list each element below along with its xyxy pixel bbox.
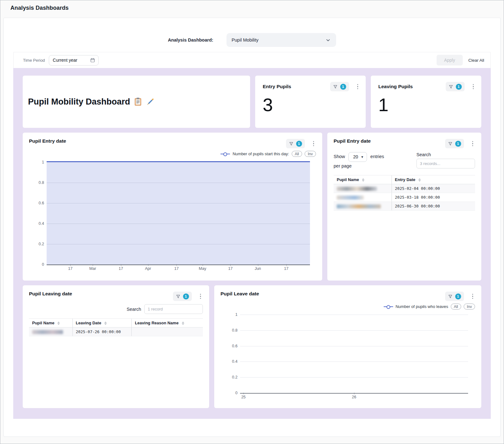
filter-chip[interactable]: 1 [330, 82, 349, 91]
y-tick: 1 [235, 312, 238, 317]
page-title: Analysis Dashboards [10, 5, 494, 11]
calendar-icon [90, 58, 95, 63]
edit-pen-icon[interactable] [146, 97, 155, 106]
kebab-menu-icon[interactable] [198, 293, 203, 300]
filter-chip[interactable]: 1 [286, 139, 305, 148]
page-header: Analysis Dashboards [0, 0, 504, 14]
leaving-pupils-card: Leaving Pupils 1 1 [371, 76, 481, 128]
x-tick: Jun [255, 266, 261, 271]
table-row[interactable]: 2025-02-04 00:00:00 [334, 184, 475, 193]
y-tick: 0.4 [232, 359, 238, 364]
entry-pupils-title: Entry Pupils [263, 84, 291, 89]
kebab-menu-icon[interactable] [355, 83, 360, 91]
entry-pupils-card: Entry Pupils 1 3 [255, 76, 366, 128]
entry-chart-plot: 1 0.8 0.6 0.4 0.2 0 17 Mar 1 [47, 161, 310, 265]
dashboard-title-card: Pupil Mobility Dashboard [23, 76, 250, 128]
search-input[interactable] [144, 304, 203, 314]
legend-all-button[interactable]: All [292, 151, 302, 157]
column-header-leaving-date[interactable]: Leaving Date [72, 319, 132, 327]
kebab-menu-icon[interactable] [470, 140, 475, 148]
column-label: Entry Date [395, 177, 415, 182]
x-tick: 17 [68, 266, 72, 271]
filter-bar: Time Period Current year Apply Clear All [13, 52, 491, 68]
y-tick: 0.6 [232, 344, 238, 348]
y-tick: 0.4 [39, 221, 44, 226]
redacted-pupil-name [337, 204, 381, 208]
kebab-menu-icon[interactable] [311, 140, 316, 148]
redacted-pupil-name [32, 330, 63, 334]
pupil-entry-chart-title: Pupil Entry date [29, 138, 66, 144]
filter-count-badge: 1 [340, 84, 346, 90]
table-row[interactable]: 2025-06-30 00:00:00 [334, 202, 475, 210]
series-marker-icon [220, 152, 230, 156]
table-row[interactable]: 2025-03-18 00:00:00 [334, 193, 475, 202]
time-period-value: Current year [53, 58, 77, 63]
kebab-menu-icon[interactable] [471, 83, 476, 91]
x-tick: 17 [228, 266, 233, 271]
column-header-leaving-reason[interactable]: Leaving Reason Name [132, 319, 203, 327]
time-period-label: Time Period [23, 58, 45, 63]
pupil-entry-table-card: Pupil Entry date 1 [327, 133, 481, 281]
apply-button[interactable]: Apply [437, 55, 463, 65]
column-header-pupil-name[interactable]: Pupil Name [334, 175, 392, 184]
redacted-pupil-name [337, 187, 377, 191]
entry-pupils-value: 3 [263, 96, 360, 114]
filter-chip[interactable]: 1 [445, 292, 464, 301]
y-tick: 0.2 [232, 375, 238, 379]
entries-per-page-select[interactable]: 20 ▼ [348, 152, 367, 162]
app-window: Analysis Dashboards Analysis Dashboard: … [0, 0, 504, 444]
column-label: Leaving Reason Name [135, 321, 179, 325]
legend-inv-button[interactable]: Inv [464, 304, 475, 310]
chevron-down-icon [326, 38, 330, 43]
dashboard-selector[interactable]: Pupil Mobility [226, 33, 336, 47]
series-label: Number of pupils start this day: [232, 151, 289, 156]
pupil-leaving-table-card: Pupil Leaving date 1 Sear [23, 285, 209, 408]
column-header-entry-date[interactable]: Entry Date [392, 175, 475, 184]
filter-count-badge: 1 [455, 293, 461, 299]
x-tick: 17 [174, 266, 179, 271]
leave-chart-plot: 1 0.8 0.6 0.4 0.2 0 25 26 [240, 315, 468, 394]
search-label: Search [416, 152, 475, 157]
y-tick: 0 [235, 391, 238, 395]
chart-legend: Number of pupils who leaves All Inv [220, 304, 475, 310]
search-label: Search [127, 307, 141, 312]
chart-legend: Number of pupils start this day: All Inv [29, 151, 316, 157]
filter-chip[interactable]: 1 [445, 139, 464, 148]
column-label: Pupil Name [337, 177, 359, 182]
kebab-menu-icon[interactable] [470, 293, 475, 300]
funnel-icon [449, 84, 453, 89]
x-tick: 26 [352, 395, 356, 399]
pupil-leave-chart-card: Pupil Leave date 1 [214, 285, 481, 408]
funnel-icon [333, 84, 338, 89]
column-header-pupil-name[interactable]: Pupil Name [29, 319, 72, 327]
entries-per-page: Show 20 ▼ entries per page [334, 152, 390, 171]
column-label: Pupil Name [32, 321, 54, 325]
y-tick: 0.8 [232, 328, 238, 333]
series-label: Number of pupils who leaves [396, 304, 448, 309]
legend-all-button[interactable]: All [451, 304, 461, 310]
chevron-down-icon: ▼ [361, 154, 364, 160]
search-input[interactable] [416, 159, 475, 168]
clipboard-icon[interactable] [134, 97, 142, 106]
clear-all-button[interactable]: Clear All [468, 58, 484, 63]
entry-row: Pupil Entry date 1 [23, 133, 481, 281]
leaving-row: Pupil Leaving date 1 Sear [23, 285, 481, 408]
entry-date-cell: 2025-02-04 00:00:00 [392, 184, 475, 193]
table-row[interactable]: 2025-07-26 00:00:00 [29, 327, 203, 336]
filter-chip[interactable]: 1 [173, 292, 192, 301]
sort-icon [182, 322, 184, 325]
dashboard-selector-value: Pupil Mobility [232, 37, 258, 43]
entry-table: Pupil Name Entry Date [334, 175, 475, 211]
y-tick: 0.6 [39, 201, 44, 205]
pupil-entry-table-title: Pupil Entry date [334, 138, 371, 144]
leaving-date-cell: 2025-07-26 00:00:00 [72, 327, 132, 336]
filter-chip[interactable]: 1 [446, 82, 465, 91]
filter-count-badge: 1 [456, 84, 462, 90]
leaving-reason-cell [132, 327, 203, 336]
filter-count-badge: 1 [455, 141, 461, 147]
funnel-icon [176, 294, 180, 299]
entry-date-cell: 2025-03-18 00:00:00 [392, 193, 475, 202]
dashboard-title: Pupil Mobility Dashboard [28, 97, 130, 107]
legend-inv-button[interactable]: Inv [305, 151, 316, 157]
time-period-input[interactable]: Current year [49, 55, 99, 65]
